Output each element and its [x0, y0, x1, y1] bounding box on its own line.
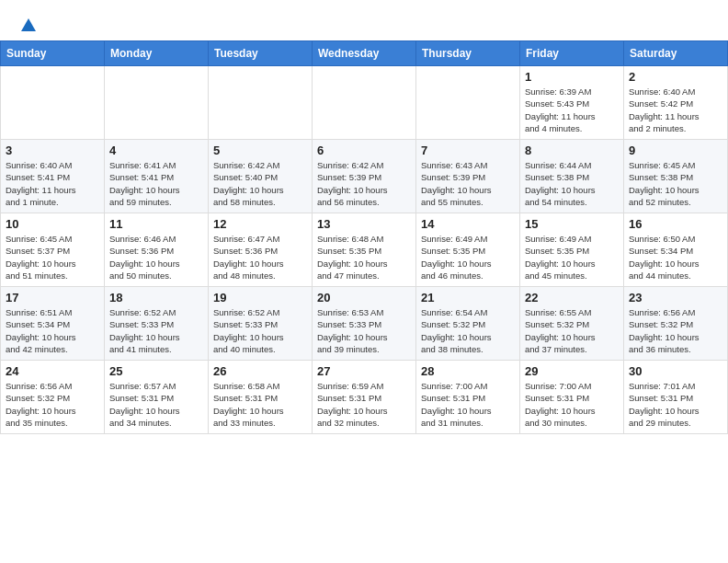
calendar-cell — [416, 66, 520, 140]
day-number: 4 — [109, 144, 203, 157]
calendar-cell: 14Sunrise: 6:49 AM Sunset: 5:35 PM Dayli… — [416, 213, 520, 287]
day-info: Sunrise: 6:51 AM Sunset: 5:34 PM Dayligh… — [6, 306, 99, 355]
calendar-cell: 6Sunrise: 6:42 AM Sunset: 5:39 PM Daylig… — [313, 140, 416, 213]
calendar-cell: 16Sunrise: 6:50 AM Sunset: 5:34 PM Dayli… — [624, 213, 728, 287]
calendar-cell — [105, 66, 209, 140]
day-number: 2 — [629, 70, 722, 84]
calendar-cell: 7Sunrise: 6:43 AM Sunset: 5:39 PM Daylig… — [416, 140, 520, 213]
weekday-saturday: Saturday — [624, 41, 728, 66]
day-number: 13 — [317, 217, 411, 231]
day-info: Sunrise: 6:45 AM Sunset: 5:38 PM Dayligh… — [629, 159, 722, 208]
day-number: 19 — [213, 291, 307, 304]
svg-marker-0 — [21, 18, 36, 31]
day-info: Sunrise: 7:00 AM Sunset: 5:31 PM Dayligh… — [421, 380, 515, 429]
calendar-cell — [209, 66, 313, 140]
calendar-cell: 9Sunrise: 6:45 AM Sunset: 5:38 PM Daylig… — [624, 140, 728, 213]
calendar-cell — [1, 66, 105, 140]
day-info: Sunrise: 6:43 AM Sunset: 5:39 PM Dayligh… — [421, 159, 515, 208]
day-info: Sunrise: 6:48 AM Sunset: 5:35 PM Dayligh… — [317, 233, 411, 282]
calendar-cell: 24Sunrise: 6:56 AM Sunset: 5:32 PM Dayli… — [1, 361, 105, 434]
calendar-cell: 3Sunrise: 6:40 AM Sunset: 5:41 PM Daylig… — [1, 140, 105, 213]
day-info: Sunrise: 6:58 AM Sunset: 5:31 PM Dayligh… — [213, 380, 307, 429]
calendar-cell: 1Sunrise: 6:39 AM Sunset: 5:43 PM Daylig… — [520, 66, 624, 140]
calendar-cell: 20Sunrise: 6:53 AM Sunset: 5:33 PM Dayli… — [313, 287, 416, 361]
day-info: Sunrise: 6:53 AM Sunset: 5:33 PM Dayligh… — [317, 306, 411, 355]
day-number: 26 — [213, 364, 307, 378]
day-info: Sunrise: 6:47 AM Sunset: 5:36 PM Dayligh… — [213, 233, 307, 282]
calendar-cell: 17Sunrise: 6:51 AM Sunset: 5:34 PM Dayli… — [1, 287, 105, 361]
day-number: 25 — [109, 364, 203, 378]
calendar-cell: 8Sunrise: 6:44 AM Sunset: 5:38 PM Daylig… — [520, 140, 624, 213]
day-info: Sunrise: 6:49 AM Sunset: 5:35 PM Dayligh… — [421, 233, 515, 282]
day-number: 30 — [629, 364, 722, 378]
day-info: Sunrise: 6:40 AM Sunset: 5:41 PM Dayligh… — [6, 159, 99, 208]
weekday-thursday: Thursday — [416, 41, 520, 66]
day-info: Sunrise: 7:00 AM Sunset: 5:31 PM Dayligh… — [525, 380, 619, 429]
day-number: 9 — [629, 144, 722, 157]
day-info: Sunrise: 6:59 AM Sunset: 5:31 PM Dayligh… — [317, 380, 411, 429]
day-info: Sunrise: 6:41 AM Sunset: 5:41 PM Dayligh… — [109, 159, 203, 208]
day-info: Sunrise: 6:57 AM Sunset: 5:31 PM Dayligh… — [109, 380, 203, 429]
day-number: 16 — [629, 217, 722, 231]
day-number: 10 — [6, 217, 99, 231]
calendar-week-5: 24Sunrise: 6:56 AM Sunset: 5:32 PM Dayli… — [1, 361, 728, 434]
day-info: Sunrise: 6:42 AM Sunset: 5:40 PM Dayligh… — [213, 159, 307, 208]
calendar-cell: 11Sunrise: 6:46 AM Sunset: 5:36 PM Dayli… — [105, 213, 209, 287]
calendar-cell: 12Sunrise: 6:47 AM Sunset: 5:36 PM Dayli… — [209, 213, 313, 287]
day-number: 27 — [317, 364, 411, 378]
calendar-cell: 30Sunrise: 7:01 AM Sunset: 5:31 PM Dayli… — [624, 361, 728, 434]
day-number: 24 — [6, 364, 99, 378]
calendar-cell: 26Sunrise: 6:58 AM Sunset: 5:31 PM Dayli… — [209, 361, 313, 434]
logo-icon — [20, 17, 37, 33]
calendar-week-3: 10Sunrise: 6:45 AM Sunset: 5:37 PM Dayli… — [1, 213, 728, 287]
calendar-cell: 25Sunrise: 6:57 AM Sunset: 5:31 PM Dayli… — [105, 361, 209, 434]
day-number: 14 — [421, 217, 515, 231]
day-info: Sunrise: 6:55 AM Sunset: 5:32 PM Dayligh… — [525, 306, 619, 355]
day-number: 15 — [525, 217, 619, 231]
weekday-friday: Friday — [520, 41, 624, 66]
day-number: 22 — [525, 291, 619, 304]
day-info: Sunrise: 6:52 AM Sunset: 5:33 PM Dayligh… — [213, 306, 307, 355]
page: SundayMondayTuesdayWednesdayThursdayFrid… — [0, 0, 728, 434]
calendar-cell: 2Sunrise: 6:40 AM Sunset: 5:42 PM Daylig… — [624, 66, 728, 140]
calendar-cell: 5Sunrise: 6:42 AM Sunset: 5:40 PM Daylig… — [209, 140, 313, 213]
calendar-week-1: 1Sunrise: 6:39 AM Sunset: 5:43 PM Daylig… — [1, 66, 728, 140]
day-number: 21 — [421, 291, 515, 304]
day-number: 28 — [421, 364, 515, 378]
day-number: 18 — [109, 291, 203, 304]
day-number: 11 — [109, 217, 203, 231]
day-number: 17 — [6, 291, 99, 304]
logo — [18, 17, 37, 33]
day-number: 1 — [525, 70, 619, 84]
weekday-header-row: SundayMondayTuesdayWednesdayThursdayFrid… — [1, 41, 728, 66]
calendar-cell: 29Sunrise: 7:00 AM Sunset: 5:31 PM Dayli… — [520, 361, 624, 434]
calendar-table: SundayMondayTuesdayWednesdayThursdayFrid… — [0, 40, 728, 434]
day-number: 8 — [525, 144, 619, 157]
day-number: 5 — [213, 144, 307, 157]
day-number: 6 — [317, 144, 411, 157]
calendar-cell: 27Sunrise: 6:59 AM Sunset: 5:31 PM Dayli… — [313, 361, 416, 434]
day-number: 20 — [317, 291, 411, 304]
weekday-monday: Monday — [105, 41, 209, 66]
day-number: 12 — [213, 217, 307, 231]
day-info: Sunrise: 6:56 AM Sunset: 5:32 PM Dayligh… — [629, 306, 722, 355]
day-info: Sunrise: 6:49 AM Sunset: 5:35 PM Dayligh… — [525, 233, 619, 282]
day-info: Sunrise: 6:56 AM Sunset: 5:32 PM Dayligh… — [6, 380, 99, 429]
calendar-cell: 10Sunrise: 6:45 AM Sunset: 5:37 PM Dayli… — [1, 213, 105, 287]
header — [0, 0, 728, 40]
day-number: 23 — [629, 291, 722, 304]
day-info: Sunrise: 6:39 AM Sunset: 5:43 PM Dayligh… — [525, 86, 619, 134]
calendar-cell: 15Sunrise: 6:49 AM Sunset: 5:35 PM Dayli… — [520, 213, 624, 287]
day-info: Sunrise: 6:52 AM Sunset: 5:33 PM Dayligh… — [109, 306, 203, 355]
day-info: Sunrise: 6:54 AM Sunset: 5:32 PM Dayligh… — [421, 306, 515, 355]
day-info: Sunrise: 7:01 AM Sunset: 5:31 PM Dayligh… — [629, 380, 722, 429]
calendar-cell — [313, 66, 416, 140]
calendar-cell: 23Sunrise: 6:56 AM Sunset: 5:32 PM Dayli… — [624, 287, 728, 361]
calendar-week-4: 17Sunrise: 6:51 AM Sunset: 5:34 PM Dayli… — [1, 287, 728, 361]
day-info: Sunrise: 6:46 AM Sunset: 5:36 PM Dayligh… — [109, 233, 203, 282]
weekday-tuesday: Tuesday — [209, 41, 313, 66]
calendar-cell: 13Sunrise: 6:48 AM Sunset: 5:35 PM Dayli… — [313, 213, 416, 287]
day-info: Sunrise: 6:44 AM Sunset: 5:38 PM Dayligh… — [525, 159, 619, 208]
day-info: Sunrise: 6:50 AM Sunset: 5:34 PM Dayligh… — [629, 233, 722, 282]
calendar-week-2: 3Sunrise: 6:40 AM Sunset: 5:41 PM Daylig… — [1, 140, 728, 213]
